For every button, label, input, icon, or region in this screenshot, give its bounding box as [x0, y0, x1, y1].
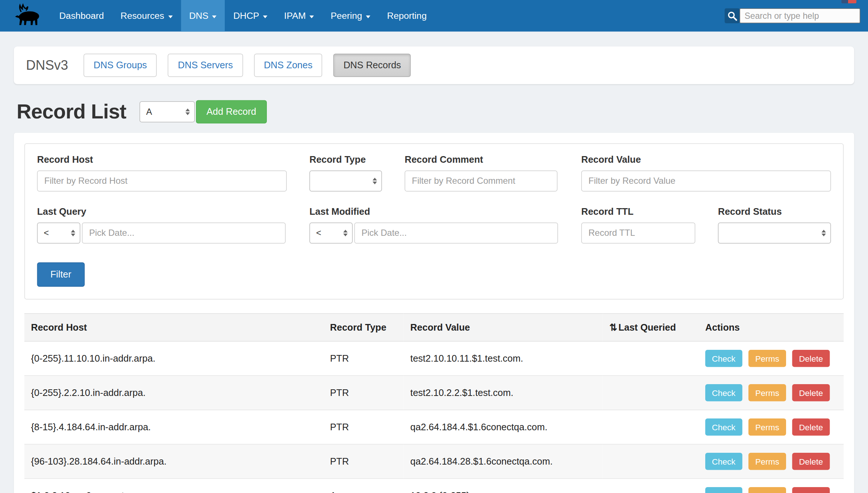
cell-record-type: PTR	[323, 410, 404, 444]
caret-down-icon	[263, 15, 268, 18]
cell-record-type: PTR	[323, 341, 404, 376]
cell-record-value: qa2.64.184.4.$1.6conectqa.com.	[404, 410, 603, 444]
cell-record-type: PTR	[323, 376, 404, 410]
perms-button[interactable]: Perms	[748, 453, 786, 470]
navbar-search	[725, 0, 861, 32]
cell-last-queried	[603, 341, 699, 376]
cell-record-value: 10.2.0.{0-255}	[404, 479, 603, 493]
last-query-date-input[interactable]	[82, 223, 286, 244]
record-status-filter-select[interactable]	[718, 223, 831, 244]
select-value: <	[316, 228, 321, 238]
nav-item-label: DNS	[189, 11, 208, 21]
delete-button[interactable]: Delete	[792, 453, 830, 470]
nav-item-peering[interactable]: Peering	[323, 0, 379, 32]
cell-actions: Check Perms Delete	[699, 376, 844, 410]
nav-item-dashboard[interactable]: Dashboard	[51, 0, 112, 32]
col-header-label: Last Queried	[619, 322, 676, 333]
cell-last-queried	[603, 410, 699, 444]
records-table: Record Host Record Type Record Value ⇅La…	[24, 313, 844, 493]
stepper-icon	[373, 178, 377, 185]
col-header-record-host: Record Host	[24, 314, 323, 341]
moose-logo[interactable]	[9, 0, 45, 32]
cell-record-host: {96-103}.28.184.64.in-addr.arpa.	[24, 444, 323, 479]
tab-dns-records[interactable]: DNS Records	[334, 54, 411, 77]
check-button[interactable]: Check	[705, 418, 742, 436]
tab-dns-servers[interactable]: DNS Servers	[168, 54, 243, 77]
record-type-add-select[interactable]: A	[140, 101, 195, 123]
table-row: {0-255}.2.2.10.in-addr.arpa. PTR test2.1…	[24, 376, 844, 410]
nav-item-dhcp[interactable]: DHCP	[225, 0, 276, 32]
cell-actions: Check Perms Delete	[699, 479, 844, 493]
tab-dns-zones[interactable]: DNS Zones	[254, 54, 323, 77]
cell-record-value: test2.10.2.2.$1.test.com.	[404, 376, 603, 410]
record-ttl-label: Record TTL	[581, 207, 695, 218]
stepper-icon	[343, 230, 348, 237]
cell-record-type: A	[323, 479, 404, 493]
last-modified-label: Last Modified	[310, 207, 558, 218]
add-record-button[interactable]: Add Record	[196, 100, 267, 124]
cell-record-type: PTR	[323, 444, 404, 479]
record-comment-label: Record Comment	[405, 155, 558, 166]
caret-down-icon	[212, 15, 217, 18]
nav-item-label: Dashboard	[59, 11, 104, 21]
perms-button[interactable]: Perms	[748, 487, 786, 493]
filter-box: Record Host Record Type Record Comment R…	[24, 144, 844, 300]
cell-record-host: {0-255}.2.2.10.in-addr.arpa.	[24, 376, 323, 410]
record-list-header: Record List A Add Record	[17, 100, 854, 124]
check-button[interactable]: Check	[705, 384, 742, 401]
cell-record-value: qa2.64.184.28.$1.6conectqa.com.	[404, 444, 603, 479]
col-header-record-type: Record Type	[323, 314, 404, 341]
delete-button[interactable]: Delete	[792, 350, 830, 367]
perms-button[interactable]: Perms	[748, 384, 786, 401]
tab-dns-groups[interactable]: DNS Groups	[84, 54, 157, 77]
dnsv3-title: DNSv3	[26, 58, 68, 73]
caret-down-icon	[366, 15, 371, 18]
dns-subnav-card: DNSv3 DNS Groups DNS Servers DNS Zones D…	[14, 46, 854, 84]
caret-down-icon	[168, 15, 172, 18]
perms-button[interactable]: Perms	[748, 418, 786, 436]
cell-last-queried	[603, 479, 699, 493]
nav-item-reporting[interactable]: Reporting	[379, 0, 435, 32]
nav-item-resources[interactable]: Resources	[112, 0, 181, 32]
check-button[interactable]: Check	[705, 350, 742, 367]
record-ttl-filter-input[interactable]	[581, 223, 695, 244]
cell-record-value: test2.10.10.11.$1.test.com.	[404, 341, 603, 376]
partial-corner-button[interactable]	[841, 0, 857, 3]
col-header-record-value: Record Value	[404, 314, 603, 341]
delete-button[interactable]: Delete	[792, 384, 830, 401]
record-comment-filter-input[interactable]	[405, 170, 558, 192]
nav-item-ipam[interactable]: IPAM	[276, 0, 322, 32]
record-status-label: Record Status	[718, 207, 831, 218]
stepper-icon	[822, 230, 826, 237]
col-header-actions: Actions	[699, 314, 844, 341]
table-row: $1.0.2.10.qa.6connect.com. A 10.2.0.{0-2…	[24, 479, 844, 493]
last-modified-operator-select[interactable]: <	[310, 223, 353, 244]
nav-item-label: IPAM	[284, 11, 306, 21]
nav-item-label: Reporting	[387, 11, 427, 21]
stepper-icon	[71, 230, 75, 237]
record-value-filter-input[interactable]	[581, 170, 831, 192]
dns-records-page: Dashboard Resources DNS DHCP IPAM Peerin…	[0, 0, 868, 493]
check-button[interactable]: Check	[705, 487, 742, 493]
search-icon[interactable]	[725, 8, 740, 24]
last-query-operator-select[interactable]: <	[37, 223, 80, 244]
last-modified-date-input[interactable]	[354, 223, 558, 244]
delete-button[interactable]: Delete	[792, 418, 830, 436]
perms-button[interactable]: Perms	[748, 350, 786, 367]
search-input[interactable]	[740, 8, 860, 24]
record-type-filter-select[interactable]	[310, 170, 382, 192]
check-button[interactable]: Check	[705, 453, 742, 470]
last-query-label: Last Query	[37, 207, 286, 218]
cell-actions: Check Perms Delete	[699, 341, 844, 376]
filter-button[interactable]: Filter	[37, 262, 85, 287]
delete-button[interactable]: Delete	[792, 487, 830, 493]
col-header-last-queried[interactable]: ⇅Last Queried	[603, 314, 699, 341]
record-type-label: Record Type	[310, 155, 382, 166]
record-host-filter-input[interactable]	[37, 170, 287, 192]
sort-icon[interactable]: ⇅	[609, 322, 617, 333]
caret-down-icon	[310, 15, 314, 18]
table-row: {8-15}.4.184.64.in-addr.arpa. PTR qa2.64…	[24, 410, 844, 444]
cell-actions: Check Perms Delete	[699, 444, 844, 479]
nav-item-dns[interactable]: DNS	[181, 0, 225, 32]
records-panel: Record Host Record Type Record Comment R…	[14, 133, 854, 493]
